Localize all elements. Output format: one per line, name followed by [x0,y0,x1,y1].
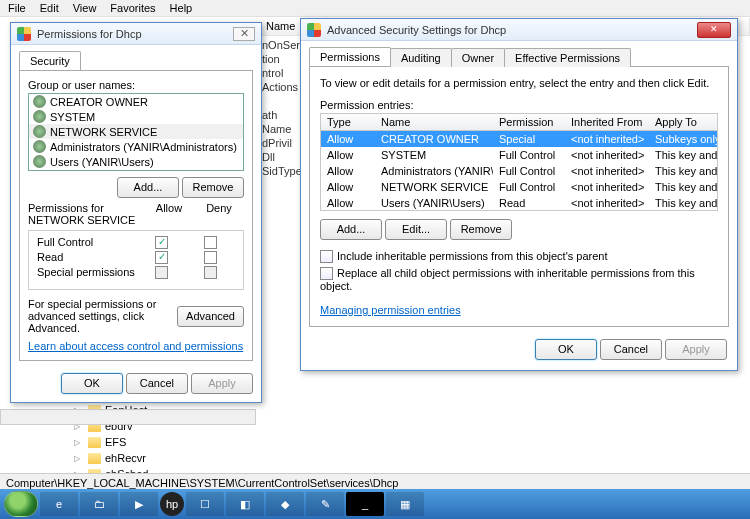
cancel-button[interactable]: Cancel [600,339,662,360]
perm-name: Read [37,251,137,264]
apply-button[interactable]: Apply [665,339,727,360]
user-item: NETWORK SERVICE [50,126,157,138]
entries-label: Permission entries: [320,99,718,111]
taskbar-media-icon[interactable]: ▶ [120,492,158,516]
menu-edit[interactable]: Edit [40,2,59,14]
col-inherited[interactable]: Inherited From [565,114,649,130]
deny-checkbox[interactable] [204,266,217,279]
allow-header: Allow [144,202,194,226]
managing-link[interactable]: Managing permission entries [320,304,718,316]
replace-child-label: Replace all child object permissions wit… [320,267,695,292]
allow-checkbox[interactable]: ✓ [155,251,168,264]
horizontal-scrollbar[interactable] [0,409,256,425]
col-name[interactable]: Name [375,114,493,130]
tree-label: EFS [105,436,126,448]
permissions-dialog: Permissions for Dhcp ✕ Security Group or… [10,22,262,403]
menu-favorites[interactable]: Favorites [110,2,155,14]
taskbar-hp-icon[interactable]: hp [160,492,184,516]
user-item: Administrators (YANIR\Administrators) [50,141,237,153]
taskbar-app-icon[interactable]: ☐ [186,492,224,516]
perm-name: Full Control [37,236,137,249]
include-inheritable-checkbox[interactable] [320,250,333,263]
table-row[interactable]: AllowAdministrators (YANIR\Ad...Full Con… [321,163,717,179]
user-icon [33,155,46,168]
perm-for-label: Permissions for NETWORK SERVICE [28,202,144,226]
user-item: CREATOR OWNER [50,96,148,108]
user-icon [33,110,46,123]
ok-button[interactable]: OK [535,339,597,360]
deny-header: Deny [194,202,244,226]
ok-button[interactable]: OK [61,373,123,394]
deny-checkbox[interactable] [204,251,217,264]
deny-checkbox[interactable] [204,236,217,249]
allow-checkbox[interactable] [155,266,168,279]
learn-link[interactable]: Learn about access control and permissio… [28,340,244,352]
user-icon [33,95,46,108]
entries-header: Type Name Permission Inherited From Appl… [320,113,718,131]
folder-icon [88,437,101,448]
taskbar-explorer-icon[interactable]: 🗀 [80,492,118,516]
tab-permissions[interactable]: Permissions [309,47,391,66]
background-values: nOnServtionntrol Actions athNamedPrivil … [262,38,305,178]
tab-effective[interactable]: Effective Permissions [504,48,631,67]
table-row[interactable]: AllowSYSTEMFull Control<not inherited>Th… [321,147,717,163]
tab-security[interactable]: Security [19,51,81,70]
shield-icon [307,23,321,37]
status-path: Computer\HKEY_LOCAL_MACHINE\SYSTEM\Curre… [6,477,398,489]
users-list[interactable]: CREATOR OWNER SYSTEM NETWORK SERVICE Adm… [28,93,244,171]
close-button[interactable]: ✕ [233,27,255,41]
tab-auditing[interactable]: Auditing [390,48,452,67]
folder-icon [88,453,101,464]
remove-button[interactable]: Remove [450,219,512,240]
apply-button[interactable]: Apply [191,373,253,394]
shield-icon [17,27,31,41]
edit-button[interactable]: Edit... [385,219,447,240]
col-permission[interactable]: Permission [493,114,565,130]
taskbar-ie-icon[interactable]: e [40,492,78,516]
table-row[interactable]: AllowUsers (YANIR\Users)Read<not inherit… [321,195,717,211]
start-button[interactable] [4,491,38,517]
advanced-security-dialog: Advanced Security Settings for Dhcp ✕ Pe… [300,18,738,371]
user-item: Users (YANIR\Users) [50,156,154,168]
col-type[interactable]: Type [321,114,375,130]
menu-file[interactable]: File [8,2,26,14]
user-icon [33,140,46,153]
add-button[interactable]: Add... [320,219,382,240]
menu-view[interactable]: View [73,2,97,14]
advanced-hint: For special permissions or advanced sett… [28,298,171,334]
dialog-title: Advanced Security Settings for Dhcp [327,24,691,36]
advanced-button[interactable]: Advanced [177,306,244,327]
taskbar-app-icon[interactable]: ◧ [226,492,264,516]
table-row[interactable]: AllowNETWORK SERVICEFull Control<not inh… [321,179,717,195]
add-button[interactable]: Add... [117,177,179,198]
replace-child-checkbox[interactable] [320,267,333,280]
cancel-button[interactable]: Cancel [126,373,188,394]
taskbar-app-icon[interactable]: ✎ [306,492,344,516]
dialog-title: Permissions for Dhcp [37,28,227,40]
regedit-menubar: File Edit View Favorites Help [0,0,750,17]
group-label: Group or user names: [28,79,244,91]
taskbar-app-icon[interactable]: ◆ [266,492,304,516]
include-inheritable-label: Include inheritable permissions from thi… [337,250,608,262]
table-row[interactable]: AllowCREATOR OWNERSpecial<not inherited>… [321,131,717,147]
user-item: SYSTEM [50,111,95,123]
tab-owner[interactable]: Owner [451,48,505,67]
allow-checkbox[interactable]: ✓ [155,236,168,249]
perm-name: Special permissions [37,266,137,279]
instructions: To view or edit details for a permission… [320,77,718,89]
taskbar-app-icon[interactable]: ▦ [386,492,424,516]
entries-table[interactable]: AllowCREATOR OWNERSpecial<not inherited>… [320,131,718,211]
user-icon [33,125,46,138]
tree-label: ehRecvr [105,452,146,464]
col-applyto[interactable]: Apply To [649,114,717,130]
taskbar-cmd-icon[interactable]: _ [346,492,384,516]
menu-help[interactable]: Help [170,2,193,14]
taskbar[interactable]: e 🗀 ▶ hp ☐ ◧ ◆ ✎ _ ▦ [0,489,750,519]
remove-button[interactable]: Remove [182,177,244,198]
close-button[interactable]: ✕ [697,22,731,38]
